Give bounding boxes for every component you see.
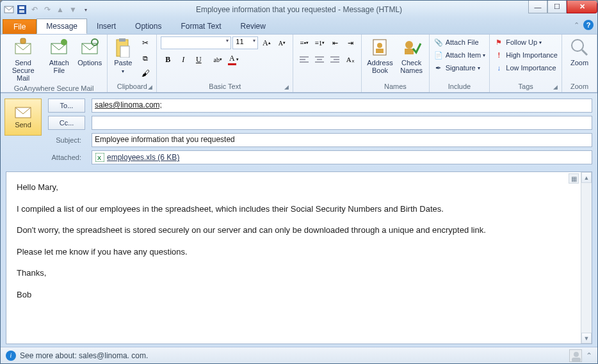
qat-next-icon[interactable]: ▼ [67, 4, 79, 15]
group-label-tags: Tags [519, 83, 533, 90]
to-button[interactable]: To... [48, 99, 85, 113]
bullets-button[interactable]: ≡•▾ [297, 36, 311, 50]
maximize-button[interactable]: ☐ [547, 1, 567, 13]
clipboard-dialog-launcher[interactable]: ◢ [148, 84, 152, 90]
font-size-selector[interactable]: 11▾ [232, 36, 258, 49]
group-label-goanywhere: GoAnywhere Secure Mail [4, 83, 103, 94]
tags-dialog-launcher[interactable]: ◢ [553, 84, 558, 90]
check-names-icon [401, 37, 422, 58]
shrink-font-button[interactable]: A▾ [275, 36, 289, 50]
subject-field[interactable]: Employee information that you requested [92, 133, 592, 147]
tab-message[interactable]: Message [36, 19, 87, 34]
scroll-up-icon[interactable]: ▲ [581, 172, 592, 183]
qat-prev-icon[interactable]: ▲ [54, 4, 66, 15]
basic-text-dialog-launcher[interactable]: ◢ [284, 84, 289, 90]
body-line: Please let me know if you have any quest… [17, 246, 570, 258]
low-importance-button[interactable]: ↓Low Importance [494, 61, 558, 74]
envelope-send-icon [14, 106, 32, 119]
expand-people-pane[interactable]: ⌃ [586, 351, 592, 360]
group-label-basic-text: Basic Text [209, 83, 241, 90]
vertical-scrollbar[interactable]: ▲ ▼ [581, 172, 592, 344]
group-label-names: Names [366, 81, 424, 92]
clear-formatting-button[interactable]: Aₓ [343, 52, 357, 67]
underline-button[interactable]: U [191, 52, 206, 67]
highlight-button[interactable]: ab▾ [211, 52, 225, 67]
send-button[interactable]: Send [4, 99, 42, 136]
group-paragraph: ≡•▾ ≡1▾ ⇤ ⇥ Aₓ [293, 35, 362, 92]
clipboard-icon [113, 37, 133, 58]
group-basic-text: ▾ 11▾ A▴ A▾ B I U ab▾ A▾ Basic Text◢ [157, 35, 293, 92]
svg-rect-2 [19, 6, 24, 9]
flag-icon: ⚑ [494, 37, 504, 47]
body-line: Bob [17, 289, 570, 301]
italic-button[interactable]: I [176, 52, 190, 67]
bold-button[interactable]: B [161, 52, 175, 67]
ribbon-tabs: File Message Insert Options Format Text … [1, 19, 597, 34]
group-names: Address Book Check Names Names [362, 35, 429, 92]
paste-button[interactable]: Paste▾ [111, 36, 134, 77]
ruler-toggle-icon[interactable]: ▦ [569, 173, 579, 184]
titlebar: ↶ ↷ ▲ ▼ ▾ Employee information that you … [1, 1, 597, 19]
cc-button[interactable]: Cc... [48, 116, 85, 130]
grow-font-button[interactable]: A▴ [259, 36, 273, 50]
font-color-button[interactable]: A▾ [226, 52, 240, 67]
increase-indent-button[interactable]: ⇥ [343, 36, 357, 50]
secure-options-button[interactable]: Options [76, 36, 103, 68]
svg-point-7 [61, 39, 67, 45]
tab-options[interactable]: Options [125, 19, 171, 34]
qat-undo-icon[interactable]: ↶ [29, 4, 40, 15]
group-label-include: Include [433, 81, 486, 92]
high-importance-button[interactable]: !High Importance [494, 49, 558, 61]
svg-rect-26 [405, 49, 414, 54]
attach-item-button[interactable]: 📄Attach Item ▾ [433, 49, 486, 61]
lock-envelope-icon [13, 37, 33, 58]
help-icon[interactable]: ? [583, 20, 594, 30]
attached-field[interactable]: X employees.xls (6 KB) [92, 150, 592, 164]
copy-button[interactable]: ⧉ [138, 51, 152, 65]
minimize-button[interactable]: — [528, 1, 547, 13]
close-button[interactable]: ✕ [567, 1, 597, 13]
message-body[interactable]: Hello Mary, I compiled a list of our emp… [6, 172, 581, 344]
qat-redo-icon[interactable]: ↷ [42, 4, 53, 15]
cc-field[interactable] [92, 116, 592, 130]
contact-avatar-icon[interactable] [569, 349, 582, 362]
group-goanywhere: Send Secure Mail Attach File Options GoA… [1, 35, 108, 92]
brush-icon: 🖌 [141, 68, 150, 79]
format-painter-button[interactable]: 🖌 [138, 67, 152, 81]
attach-item-icon: 📄 [433, 50, 444, 60]
numbering-button[interactable]: ≡1▾ [312, 36, 327, 50]
tab-format-text[interactable]: Format Text [171, 19, 230, 34]
check-names-button[interactable]: Check Names [398, 36, 425, 75]
status-bar: i See more about: sales@linoma. com. ⌃ [1, 347, 597, 363]
font-family-selector[interactable]: ▾ [161, 36, 231, 49]
attachment-chip[interactable]: X employees.xls (6 KB) [95, 152, 179, 162]
align-center-button[interactable] [312, 52, 327, 67]
zoom-button[interactable]: Zoom [566, 36, 593, 68]
paperclip-icon: 📎 [433, 37, 444, 47]
svg-rect-11 [119, 38, 125, 42]
tab-review[interactable]: Review [231, 19, 275, 34]
follow-up-button[interactable]: ⚑Follow Up ▾ [494, 36, 558, 49]
align-left-button[interactable] [297, 52, 311, 67]
scroll-track[interactable] [581, 183, 592, 333]
send-secure-mail-button[interactable]: Send Secure Mail [4, 36, 42, 83]
minimize-ribbon-icon[interactable]: ⌃ [574, 21, 579, 29]
qat-save-icon[interactable] [16, 4, 28, 15]
tab-insert[interactable]: Insert [87, 19, 125, 34]
align-right-button[interactable] [328, 52, 342, 67]
qat-customize-icon[interactable]: ▾ [80, 4, 92, 15]
svg-line-28 [582, 50, 587, 55]
decrease-indent-button[interactable]: ⇤ [328, 36, 342, 50]
svg-point-32 [574, 352, 579, 357]
message-body-wrapper: Hello Mary, I compiled a list of our emp… [6, 171, 592, 344]
tab-file[interactable]: File [3, 19, 36, 34]
to-field[interactable]: sales@linoma.com; [92, 99, 592, 113]
address-book-button[interactable]: Address Book [366, 36, 394, 75]
group-label-zoom: Zoom [566, 81, 593, 92]
attach-file-secure-button[interactable]: Attach File [45, 36, 72, 75]
cut-button[interactable]: ✂ [138, 36, 152, 50]
attach-file-button[interactable]: 📎Attach File [433, 36, 486, 49]
svg-rect-3 [19, 10, 24, 13]
signature-button[interactable]: ✒Signature ▾ [433, 61, 486, 74]
scroll-down-icon[interactable]: ▼ [581, 333, 592, 344]
